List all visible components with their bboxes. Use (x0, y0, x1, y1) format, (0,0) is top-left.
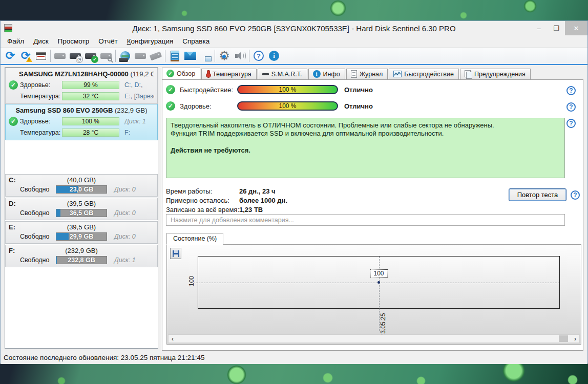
free-value: 36,5 GB (56, 209, 107, 217)
help-retest-icon[interactable]: ? (571, 190, 580, 200)
scroll-thumb[interactable] (559, 335, 568, 342)
health-ok-icon: ✓ (9, 80, 18, 90)
menu-configuration[interactable]: Конфигурация (122, 36, 178, 47)
network-glyph (199, 50, 212, 61)
tab-label: Обзор (177, 70, 195, 77)
sidebar-gap (5, 140, 158, 173)
drive-letters: C:, D:, (124, 81, 142, 89)
help-icon[interactable]: ? (251, 49, 266, 63)
clock-icon: ◷ (76, 56, 83, 63)
performance-ok-icon: ✓ (166, 85, 175, 94)
overview-panel: ✓ Быстродействие: 100 % Отлично ? ✓ Здор… (162, 79, 583, 351)
mail-glyph (184, 52, 196, 60)
chart-plot-area[interactable]: 100 (198, 256, 560, 309)
panel-glyph (36, 52, 46, 60)
menu-bar: Файл Диск Просмотр Отчёт Конфигурация Сп… (1, 35, 587, 48)
temperature-label: Температура: (20, 129, 62, 136)
question-glyph: ? (254, 51, 264, 61)
network-disk-icon[interactable] (117, 49, 133, 63)
free-label: Свободно (20, 186, 52, 193)
disk-schedule-icon[interactable]: ◷ (68, 49, 83, 63)
scroll-left-icon[interactable]: ‹ (169, 335, 177, 343)
partition-item-d[interactable]: D:(39,5 GB) Свободно 36,5 GB Диск: 0 (5, 198, 158, 220)
tab-smart[interactable]: S.M.A.R.T. (258, 69, 307, 79)
report-notepad-icon[interactable] (167, 49, 182, 63)
scroll-track[interactable] (177, 335, 571, 343)
help-performance-icon[interactable]: ? (566, 86, 576, 95)
partition-disk-number: Диск: 0 (114, 233, 136, 240)
toolbar-separator (165, 50, 165, 62)
disk-test-icon[interactable]: ✓ (83, 49, 98, 63)
lifetime-remaining-value: более 1000 дн. (239, 197, 287, 204)
globe-glyph (120, 51, 130, 61)
tab-label: Журнал (360, 71, 383, 78)
health-label: Здоровье: (20, 118, 62, 125)
menu-file[interactable]: Файл (3, 36, 29, 47)
menu-disk[interactable]: Диск (29, 36, 53, 47)
refresh-icon[interactable]: ⟳ (3, 49, 18, 63)
settings-gear-icon[interactable]: ⚙ (217, 49, 232, 63)
free-value: 29,9 GB (56, 233, 107, 240)
chart-scrollbar[interactable]: ‹ › (168, 334, 580, 343)
free-value: 232,8 GB (56, 257, 107, 264)
disk-glyph (150, 51, 162, 60)
temperature-bar: 28 °C (62, 129, 119, 137)
power-on-time-label: Время работы: (166, 187, 212, 195)
help-summary-icon[interactable]: ? (566, 119, 576, 128)
close-button[interactable]: ✕ (565, 21, 587, 35)
summary-line-1: Твердотельный накопитель в ОТЛИЧНОМ сост… (171, 121, 560, 130)
scroll-right-icon[interactable]: › (571, 335, 579, 343)
lifetime-remaining-label: Примерно осталось: (166, 197, 229, 204)
tab-info[interactable]: iИнфо (308, 69, 345, 79)
partition-item-f[interactable]: F:(232,9 GB) Свободно 232,8 GB Диск: 1 (5, 245, 158, 267)
partition-disk-number: Диск: 0 (114, 209, 136, 217)
drive-item-samsung-860evo[interactable]: Samsung SSD 860 EVO 250GB (232,9 GB) ✓ З… (5, 104, 158, 140)
comment-input[interactable] (166, 214, 565, 226)
partition-size: (39,5 GB) (50, 200, 113, 207)
tab-performance[interactable]: Быстродействие (389, 69, 459, 79)
menu-help[interactable]: Справка (178, 36, 214, 47)
total-written-value: 1,23 TB (239, 206, 263, 214)
network-status-icon[interactable] (198, 49, 213, 63)
send-mail-icon[interactable] (182, 49, 198, 63)
refresh-alert-icon[interactable]: ⟳ (18, 49, 33, 63)
tab-alerts[interactable]: Предупреждения (460, 69, 531, 79)
free-value: 23,0 GB (56, 186, 107, 193)
disk-remove-icon[interactable] (52, 49, 68, 63)
retest-button[interactable]: Повтор теста (509, 188, 566, 201)
y-axis-tick: 100 (188, 276, 195, 286)
partition-item-c[interactable]: C:(40,0 GB) Свободно 23,0 GB Диск: 0 (5, 174, 158, 197)
crosshair-vertical (379, 257, 380, 331)
help-health-icon[interactable]: ? (566, 102, 576, 112)
tab-log[interactable]: Журнал (346, 69, 388, 79)
partition-item-e[interactable]: E:(39,5 GB) Свободно 29,9 GB Диск: 0 (5, 221, 158, 244)
partition-letter: F: (9, 247, 50, 254)
history-tab-state[interactable]: Состояние (%) (166, 233, 223, 245)
tab-overview[interactable]: ✓Обзор (162, 68, 200, 80)
minimize-button[interactable]: – (530, 21, 548, 35)
menu-report[interactable]: Отчёт (94, 36, 122, 47)
partition-letter: D: (9, 200, 50, 207)
document-icon (351, 70, 357, 78)
save-chart-button[interactable] (170, 248, 181, 259)
drive-letters: E:, [Зарезервирова (124, 93, 154, 100)
menu-view[interactable]: Просмотр (53, 36, 94, 47)
performance-gauge: 100 % (237, 85, 338, 94)
disk-eject-icon[interactable] (148, 49, 163, 63)
health-label: Здоровье: (180, 102, 237, 110)
history-chart-panel: 100 100 23.05.25 ‹ › (166, 244, 581, 345)
free-label: Свободно (20, 209, 52, 217)
maximize-button[interactable]: ❐ (548, 21, 565, 35)
health-status: Отлично (344, 102, 373, 110)
disk-connect-icon[interactable] (133, 49, 148, 63)
tab-temperature[interactable]: Температура (201, 69, 257, 79)
title-bar[interactable]: Диск: 1, Samsung SSD 860 EVO 250GB [S3YG… (1, 21, 587, 35)
health-row: ✓ Здоровье: 100 % Отлично (166, 101, 373, 111)
window-title: Диск: 1, Samsung SSD 860 EVO 250GB [S3YG… (1, 24, 587, 33)
panel-view-icon[interactable] (33, 49, 49, 63)
drive-item-samsung-mz7ln[interactable]: SAMSUNG MZ7LN128HAHQ-00000 (119,2 GB) Ди… (5, 68, 158, 104)
info-icon[interactable]: i (266, 49, 282, 63)
app-window: Диск: 1, Samsung SSD 860 EVO 250GB [S3YG… (0, 20, 588, 364)
sound-alerts-icon[interactable] (232, 49, 247, 63)
disk-surface-scan-icon[interactable] (98, 49, 114, 63)
